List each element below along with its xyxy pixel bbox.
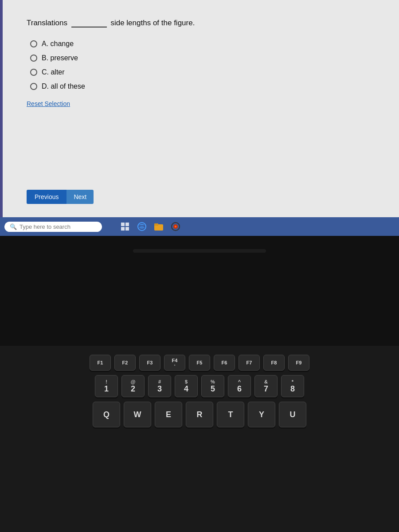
key-u-label: U bbox=[290, 410, 296, 419]
key-8: 8 bbox=[290, 384, 295, 394]
reset-selection-link[interactable]: Reset Selection bbox=[27, 100, 70, 107]
key-f1-label: F1 bbox=[98, 360, 103, 365]
key-amp: & bbox=[264, 379, 268, 384]
key-f7-label: F7 bbox=[246, 360, 252, 365]
option-b-label: B. preserve bbox=[42, 54, 78, 62]
question-suffix: side lengths of the figure. bbox=[110, 19, 195, 27]
key-t-label: T bbox=[228, 410, 233, 419]
option-d[interactable]: D. all of these bbox=[30, 82, 372, 90]
option-c-label: C. alter bbox=[42, 68, 65, 76]
key-2: 2 bbox=[131, 384, 135, 394]
search-icon: 🔍 bbox=[10, 223, 17, 230]
key-f5-label: F5 bbox=[197, 360, 203, 365]
svg-rect-1 bbox=[125, 223, 129, 226]
radio-a[interactable] bbox=[30, 40, 37, 47]
question-text: Translations side lengths of the figure. bbox=[27, 18, 372, 27]
key-f2[interactable]: F2 bbox=[114, 355, 136, 371]
key-at-2[interactable]: @ 2 bbox=[121, 375, 145, 397]
key-caret: ^ bbox=[238, 379, 241, 384]
radio-d[interactable] bbox=[30, 83, 37, 90]
key-f6[interactable]: F6 bbox=[214, 355, 235, 371]
key-7: 7 bbox=[264, 384, 268, 394]
key-exclaim-1[interactable]: ! 1 bbox=[95, 375, 118, 397]
key-5: 5 bbox=[211, 384, 215, 394]
question-prefix: Translations bbox=[27, 19, 67, 27]
key-f9-label: F9 bbox=[296, 360, 302, 365]
browser-icon[interactable] bbox=[136, 220, 148, 233]
option-b[interactable]: B. preserve bbox=[30, 54, 372, 62]
key-f8-label: F8 bbox=[271, 360, 277, 365]
qwerty-row: Q W E R T Y U bbox=[13, 402, 386, 427]
key-r-label: R bbox=[197, 410, 203, 419]
key-f3-label: F3 bbox=[147, 360, 153, 365]
key-q[interactable]: Q bbox=[93, 402, 120, 427]
key-6: 6 bbox=[237, 384, 242, 394]
key-f3[interactable]: F3 bbox=[139, 355, 160, 371]
key-amp-7[interactable]: & 7 bbox=[254, 375, 278, 397]
key-u[interactable]: U bbox=[279, 402, 306, 427]
key-w[interactable]: W bbox=[124, 402, 151, 427]
next-button[interactable]: Next bbox=[66, 190, 94, 204]
key-f7[interactable]: F7 bbox=[239, 355, 260, 371]
key-y-label: Y bbox=[259, 410, 264, 419]
previous-button[interactable]: Previous bbox=[27, 190, 66, 204]
fn-key-row: F1 F2 F3 F4 • F5 F6 F7 F8 bbox=[13, 355, 386, 371]
svg-point-10 bbox=[175, 226, 176, 227]
key-f4[interactable]: F4 • bbox=[164, 355, 185, 371]
file-explorer-icon[interactable] bbox=[153, 220, 165, 233]
radio-b[interactable] bbox=[30, 55, 37, 62]
taskbar: 🔍 bbox=[0, 217, 399, 236]
key-e[interactable]: E bbox=[155, 402, 182, 427]
key-hash-3[interactable]: # 3 bbox=[148, 375, 171, 397]
search-bar[interactable]: 🔍 bbox=[4, 222, 102, 232]
option-d-label: D. all of these bbox=[42, 82, 85, 90]
key-1: 1 bbox=[104, 384, 109, 394]
radio-c[interactable] bbox=[30, 69, 37, 76]
key-f9[interactable]: F9 bbox=[288, 355, 309, 371]
key-4: 4 bbox=[184, 384, 188, 394]
camera-icon[interactable] bbox=[169, 220, 182, 233]
svg-rect-2 bbox=[121, 227, 125, 231]
taskbar-icons bbox=[119, 220, 182, 233]
key-f2-label: F2 bbox=[122, 360, 128, 365]
laptop-body: F1 F2 F3 F4 • F5 F6 F7 F8 bbox=[0, 236, 399, 532]
key-dollar: $ bbox=[185, 379, 188, 384]
key-3: 3 bbox=[157, 384, 162, 394]
number-key-row: ! 1 @ 2 # 3 $ 4 % 5 ^ 6 bbox=[13, 375, 386, 397]
key-star-8[interactable]: * 8 bbox=[281, 375, 304, 397]
option-a-label: A. change bbox=[42, 40, 74, 48]
key-caret-6[interactable]: ^ 6 bbox=[228, 375, 251, 397]
key-percent: % bbox=[211, 379, 215, 384]
search-input[interactable] bbox=[20, 223, 90, 230]
grid-icon[interactable] bbox=[119, 220, 131, 233]
key-dollar-4[interactable]: $ 4 bbox=[175, 375, 198, 397]
options-list: A. change B. preserve C. alter D. all of… bbox=[30, 40, 372, 90]
key-star: * bbox=[292, 379, 293, 384]
key-y[interactable]: Y bbox=[248, 402, 275, 427]
keyboard: F1 F2 F3 F4 • F5 F6 F7 F8 bbox=[0, 346, 399, 532]
key-w-label: W bbox=[134, 410, 141, 419]
key-hash: # bbox=[158, 379, 161, 384]
quiz-container: Translations side lengths of the figure.… bbox=[0, 0, 399, 217]
key-at: @ bbox=[131, 379, 136, 384]
key-q-label: Q bbox=[103, 410, 110, 419]
svg-rect-3 bbox=[125, 227, 129, 231]
svg-rect-7 bbox=[154, 223, 158, 226]
key-f8[interactable]: F8 bbox=[263, 355, 285, 371]
key-t[interactable]: T bbox=[217, 402, 244, 427]
screen-bottom-bar bbox=[133, 249, 266, 253]
key-f1[interactable]: F1 bbox=[90, 355, 111, 371]
key-f4-label: F4 bbox=[172, 358, 178, 363]
key-r[interactable]: R bbox=[186, 402, 213, 427]
key-f6-label: F6 bbox=[222, 360, 227, 365]
option-c[interactable]: C. alter bbox=[30, 68, 372, 76]
question-blank bbox=[71, 18, 107, 27]
key-percent-5[interactable]: % 5 bbox=[201, 375, 224, 397]
svg-point-5 bbox=[139, 226, 145, 229]
option-a[interactable]: A. change bbox=[30, 40, 372, 48]
key-exclaim: ! bbox=[106, 379, 107, 384]
navigation-buttons: Previous Next bbox=[27, 190, 94, 204]
svg-rect-0 bbox=[121, 223, 125, 226]
key-f5[interactable]: F5 bbox=[189, 355, 210, 371]
key-e-label: E bbox=[166, 410, 171, 419]
